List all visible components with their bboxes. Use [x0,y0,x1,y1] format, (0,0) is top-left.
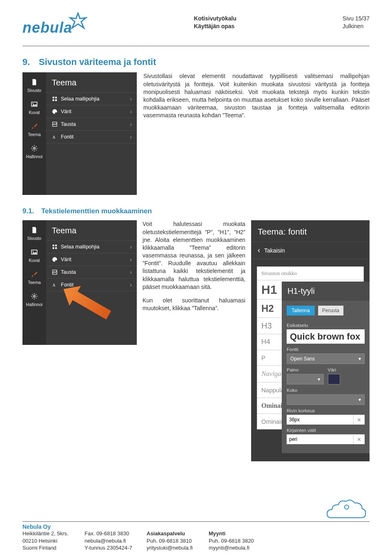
chevron-down-icon: ▾ [359,397,361,402]
preview-label: Esikatselu [282,320,370,329]
fonts-panel-title: Teema: fontit [251,226,370,241]
font-label: Fontti [282,344,370,353]
section-heading-9-1: 9.1.Tekstielementtien muokkaaminen [22,207,370,215]
back-button[interactable]: ‹ Takaisin [251,241,370,259]
templates-icon [52,244,58,250]
color-label: Väri [328,365,365,373]
chevron-down-icon: ▾ [318,376,320,382]
background-icon [52,121,58,127]
menu-item-colors[interactable]: Värit › [46,105,137,118]
image-icon [30,248,38,256]
svg-text:A: A [53,135,56,139]
size-select[interactable]: ▾ [287,394,365,405]
font-select[interactable]: Open Sans▾ [287,353,365,364]
page-info-block: Sivu 15/37 Julkinen [343,15,370,30]
menu-item-fonts[interactable]: AFontit› [46,278,137,291]
weight-select[interactable]: ▾ [287,374,324,385]
chevron-left-icon: ‹ [258,246,260,255]
doc-title: Kotisivutyökalu [194,15,236,22]
header-divider [22,46,370,46]
doc-title-block: Kotisivutyökalu Käyttäjän opas [194,15,236,30]
svg-point-11 [33,295,36,297]
chevron-right-icon: › [130,96,132,102]
chevron-right-icon: › [130,244,132,250]
section-9-1-text: Voit halutessasi muokata oletustekstiele… [143,220,245,461]
classification: Julkinen [343,22,370,30]
editor-sidebar: Sivusto Kuvat Teema Hallinnoi [22,220,46,345]
size-label: Koko [282,385,370,394]
star-icon [68,12,88,34]
font-icon: A [52,134,58,140]
section-heading-9: 9.Sivuston väriteema ja fontit [22,57,370,67]
preview-box: Quick brown fox [287,329,365,344]
svg-rect-6 [55,100,57,101]
font-icon: A [52,282,58,288]
footer-support: Asiakaspalvelu Puh. 09-6818 3810 yrityst… [147,530,196,552]
editor-panel-title: Teema [46,76,137,92]
chevron-down-icon: ▾ [359,356,361,362]
chevron-right-icon: › [130,108,132,115]
footer-address: Heikkiläntie 2, 5krs. 00210 Helsinki Suo… [22,530,71,552]
list-item-site-title[interactable]: Sivuston otsikko [257,267,363,280]
templates-icon [52,96,58,102]
brush-icon [30,270,38,278]
brush-icon [30,122,38,130]
editor-theme-fonts-screenshot: Sivusto Kuvat Teema Hallinnoi Teema Sela… [22,220,137,345]
menu-item-templates[interactable]: Selaa mallipohjia› [46,240,137,253]
letterspacing-label: Kirjainten välit [282,425,370,434]
svg-rect-13 [55,245,57,246]
editor-theme-screenshot: Sivusto Kuvat Teema Hallinnoi Teema Sela… [22,72,137,195]
chevron-right-icon: › [130,256,132,263]
editor-panel-title: Teema [46,224,137,240]
section-9-1-p1: Voit halutessasi muokata oletustekstiele… [143,220,245,291]
chevron-right-icon: › [130,121,132,127]
clear-icon[interactable]: ✕ [353,415,365,425]
doc-subtitle: Käyttäjän opas [194,22,236,30]
gear-icon [30,292,38,300]
lineheight-label: Rivin korkeus [282,406,370,414]
image-icon [30,100,38,108]
menu-item-background[interactable]: Tausta › [46,118,137,130]
palette-icon [52,257,58,262]
logo: nebula [22,12,88,34]
menu-item-colors[interactable]: Värit› [46,253,137,266]
svg-rect-3 [53,97,54,98]
lineheight-input[interactable]: ✕ [287,415,365,425]
editor-sidebar: Sivusto Kuvat Teema Hallinnoi [22,72,46,195]
section-9-1-p2: Kun olet suorittanut haluamasi muutokset… [143,297,245,312]
footer-contact: Fax. 09-6818 3830 nebula@nebula.fi Y-tun… [85,530,134,552]
menu-item-fonts[interactable]: AFontit › [46,130,137,143]
svg-rect-14 [53,248,54,249]
clear-icon[interactable]: ✕ [353,435,365,444]
palette-icon [52,109,58,114]
background-icon [52,269,58,275]
chevron-right-icon: › [130,282,132,288]
page-icon [30,226,38,234]
fonts-panel-screenshot: Teema: fontit ‹ Takaisin Sivuston otsikk… [251,220,370,461]
cloud-mascot-icon [323,497,368,525]
menu-item-background[interactable]: Tausta› [46,266,137,278]
svg-point-2 [33,148,36,150]
chevron-right-icon: › [130,269,132,275]
style-panel-title: H1-tyyli [282,282,370,301]
page-number: Sivu 15/37 [343,15,370,22]
footer-divider [22,521,370,522]
menu-item-templates[interactable]: Selaa mallipohjia › [46,92,137,105]
chevron-right-icon: › [130,134,132,140]
svg-rect-5 [53,100,54,101]
weight-label: Paino [287,365,324,373]
gear-icon [30,144,38,152]
color-swatch[interactable] [328,374,340,385]
svg-point-1 [33,103,33,104]
cancel-button[interactable]: Peruuta [318,306,343,315]
svg-point-19 [345,505,349,509]
section-9-paragraph: Sivustollasi olevat elementit noudattava… [143,72,370,195]
svg-rect-15 [55,248,57,249]
footer-sales: Myynti Puh. 09-6818 3820 myynti@nebula.f… [209,530,258,552]
svg-text:A: A [53,283,56,287]
page-icon [30,78,38,86]
save-button[interactable]: Tallenna [287,306,315,315]
company-name: Nebula Oy [22,523,370,530]
brand-text: nebula [22,21,72,34]
letterspacing-input[interactable]: ✕ [287,434,365,444]
